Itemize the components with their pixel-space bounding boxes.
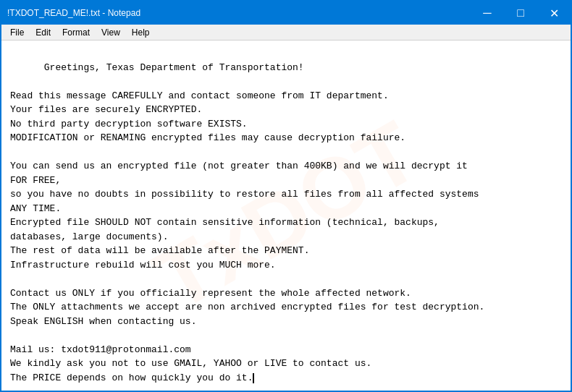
title-bar: !TXDOT_READ_ME!.txt - Notepad ─ □ ✕ bbox=[1, 1, 571, 25]
menu-format[interactable]: Format bbox=[56, 26, 96, 39]
text-editor-area[interactable]: TxDOT Greetings, Texas Department of Tra… bbox=[1, 41, 571, 391]
menu-file[interactable]: File bbox=[4, 26, 30, 39]
text-cursor bbox=[253, 373, 254, 383]
notepad-window: !TXDOT_READ_ME!.txt - Notepad ─ □ ✕ File… bbox=[0, 0, 572, 392]
menu-help[interactable]: Help bbox=[126, 26, 156, 39]
maximize-button[interactable]: □ bbox=[504, 1, 537, 25]
close-button[interactable]: ✕ bbox=[537, 1, 571, 25]
document-body: Greetings, Texas Department of Transport… bbox=[10, 62, 484, 383]
document-text[interactable]: Greetings, Texas Department of Transport… bbox=[10, 46, 562, 391]
window-title: !TXDOT_READ_ME!.txt - Notepad bbox=[7, 8, 140, 18]
minimize-button[interactable]: ─ bbox=[471, 1, 504, 25]
menu-bar: File Edit Format View Help bbox=[1, 25, 571, 41]
menu-edit[interactable]: Edit bbox=[30, 26, 56, 39]
menu-view[interactable]: View bbox=[96, 26, 126, 39]
window-controls: ─ □ ✕ bbox=[471, 1, 571, 25]
